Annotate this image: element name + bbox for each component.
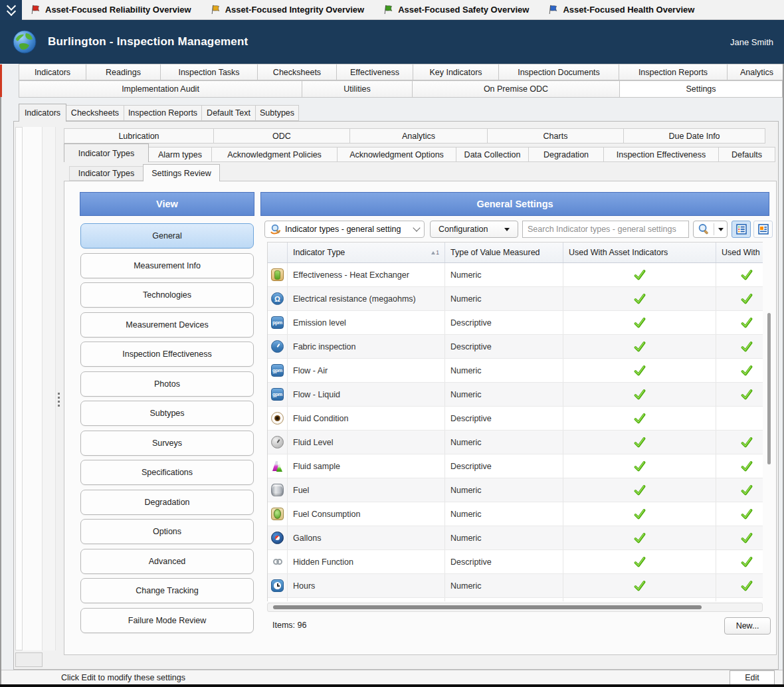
settings-tab-degradation[interactable]: Degradation: [528, 147, 604, 162]
settings-tab-acknowledgment-policies[interactable]: Acknowledgment Policies: [211, 147, 338, 162]
view-button-subtypes[interactable]: Subtypes: [80, 401, 254, 426]
nav-tab-key-indicators[interactable]: Key Indicators: [413, 64, 499, 80]
view-button-inspection-effectiveness[interactable]: Inspection Effectiveness: [80, 342, 254, 367]
nav-tab-checksheets[interactable]: Checksheets: [257, 64, 337, 80]
table-row-fluid-sample[interactable]: Fluid sampleDescriptive: [268, 454, 763, 478]
table-row-hours[interactable]: HoursNumeric: [268, 574, 763, 598]
view-button-failure-mode-review[interactable]: Failure Mode Review: [80, 608, 254, 633]
nav-tab-inspection-tasks[interactable]: Inspection Tasks: [160, 64, 258, 80]
view-button-technologies[interactable]: Technologies: [80, 282, 254, 308]
table-row-gallons[interactable]: GallonsNumeric: [268, 526, 763, 550]
tab-indicators[interactable]: Indicators: [19, 104, 66, 122]
chevron-down-icon: [413, 224, 420, 231]
panel-scrollbar-track[interactable]: [43, 127, 56, 650]
horizontal-scrollbar[interactable]: [267, 603, 763, 612]
user-name[interactable]: Jane Smith: [730, 37, 773, 47]
view-button-options[interactable]: Options: [80, 519, 254, 544]
indicator-type-cell: Fabric inspection: [288, 335, 445, 358]
nav-tab-implementation-audit[interactable]: Implementation Audit: [19, 80, 302, 98]
quick-link-asset-focused-integrity-overview[interactable]: Asset-Focused Integrity Overview: [210, 4, 365, 15]
view-button-specifications[interactable]: Specifications: [80, 460, 254, 485]
nav-tab-analytics[interactable]: Analytics: [727, 64, 784, 80]
column-header-indicator-type[interactable]: Indicator Type1: [288, 243, 445, 262]
column-header-used-with[interactable]: Used With: [716, 243, 763, 262]
nav-tab-effectiveness[interactable]: Effectiveness: [336, 64, 413, 80]
view-button-photos[interactable]: Photos: [80, 371, 254, 397]
nav-tab-inspection-reports[interactable]: Inspection Reports: [619, 64, 728, 80]
view-button-measurement-info[interactable]: Measurement Info: [80, 253, 254, 278]
dataset-selector-value: Indicator types - general setting: [285, 225, 411, 234]
settings-tab-indicator-types[interactable]: Indicator Types: [64, 144, 149, 162]
quick-link-asset-focused-health-overview[interactable]: Asset-Focused Health Overview: [547, 4, 694, 15]
view-button-degradation[interactable]: Degradation: [80, 490, 254, 515]
table-row-emission-level[interactable]: ppmEmission levelDescriptive: [268, 311, 763, 335]
vertical-scrollbar[interactable]: [766, 242, 772, 611]
table-row-fabric-inspection[interactable]: Fabric inspectionDescriptive: [268, 335, 763, 359]
table-row-flow-liquid[interactable]: gpmFlow - LiquidNumeric: [268, 383, 763, 407]
nav-tabs-row1: IndicatorsReadingsInspection TasksChecks…: [0, 64, 784, 80]
icon-cell: gpm: [268, 383, 288, 406]
settings-tab-data-collection[interactable]: Data Collection: [456, 147, 529, 162]
tab-default-text[interactable]: Default Text: [201, 105, 256, 121]
flag-icon: [210, 4, 221, 15]
settings-tab-alarm-types[interactable]: Alarm types: [148, 147, 212, 162]
subtab-settings-review[interactable]: Settings Review: [143, 164, 220, 181]
tab-subtypes[interactable]: Subtypes: [255, 105, 299, 121]
used-with-cell: [716, 502, 763, 526]
settings-tab-inspection-effectiveness[interactable]: Inspection Effectiveness: [603, 147, 719, 162]
quick-link-asset-focused-reliability-overview[interactable]: Asset-Focused Reliability Overview: [30, 4, 191, 15]
column-header-type-of-value-measured[interactable]: Type of Value Measured: [445, 243, 563, 262]
settings-tab-defaults[interactable]: Defaults: [718, 147, 775, 162]
collapse-toolbar-button[interactable]: [0, 0, 22, 20]
nav-tab-on-premise-odc[interactable]: On Premise ODC: [412, 80, 620, 98]
view-button-advanced[interactable]: Advanced: [80, 549, 254, 574]
table-row-flow-air[interactable]: gpmFlow - AirNumeric: [268, 359, 763, 383]
table-row-fluid-level[interactable]: Fluid LevelNumeric: [268, 431, 763, 454]
nav-tab-inspection-documents[interactable]: Inspection Documents: [498, 64, 619, 80]
table-row-fuel-consumption[interactable]: Fuel ConsumptionNumeric: [268, 502, 763, 526]
search-split-button[interactable]: [693, 221, 728, 238]
card-view-toggle-button[interactable]: [753, 221, 773, 238]
column-header-used-with-asset-indicators[interactable]: Used With Asset Indicators: [563, 243, 716, 262]
settings-tab-analytics[interactable]: Analytics: [349, 128, 488, 144]
table-row-electrical-resistance-megaohms[interactable]: ΩElectrical resistance (megaohms)Numeric: [268, 287, 763, 311]
list-view-icon: [736, 224, 747, 235]
dataset-selector-dropdown[interactable]: Indicator types - general setting: [264, 221, 425, 238]
search-input[interactable]: [522, 221, 689, 238]
nav-tab-utilities[interactable]: Utilities: [302, 80, 413, 98]
settings-tab-acknowledgment-options[interactable]: Acknowledgment Options: [337, 147, 456, 162]
nav-tab-readings[interactable]: Readings: [86, 64, 161, 80]
check-icon: [741, 461, 753, 472]
settings-tab-charts[interactable]: Charts: [487, 128, 624, 144]
outer-scrollbar-track[interactable]: [15, 127, 23, 650]
view-button-change-tracking[interactable]: Change Tracking: [80, 578, 254, 603]
nav-tab-indicators[interactable]: Indicators: [19, 64, 86, 80]
table-row-fuel[interactable]: FuelNumeric: [268, 478, 763, 502]
tab-checksheets[interactable]: Checksheets: [66, 105, 124, 121]
search-options-caret[interactable]: [714, 228, 727, 231]
table-row-effectiveness-heat-exchanger[interactable]: Effectiveness - Heat ExchangerNumeric: [268, 263, 763, 287]
view-button-measurement-devices[interactable]: Measurement Devices: [80, 312, 254, 338]
horizontal-scrollbar-thumb[interactable]: [273, 605, 702, 609]
quick-link-asset-focused-safety-overview[interactable]: Asset-Focused Safety Overview: [383, 4, 529, 15]
tab-inspection-reports[interactable]: Inspection Reports: [124, 105, 202, 121]
settings-tab-due-date-info[interactable]: Due Date Info: [623, 128, 765, 144]
table-row-hidden-function[interactable]: Hidden FunctionDescriptive: [268, 550, 763, 574]
table-row-fluid-condition[interactable]: Fluid ConditionDescriptive: [268, 407, 763, 431]
view-button-general[interactable]: General: [80, 223, 254, 248]
settings-tab-odc[interactable]: ODC: [213, 128, 350, 144]
new-button[interactable]: New...: [724, 617, 771, 635]
edit-button[interactable]: Edit: [730, 670, 775, 685]
list-view-toggle-button[interactable]: [732, 221, 751, 238]
value-type-cell: Descriptive: [445, 550, 563, 573]
column-header-icon[interactable]: [268, 243, 288, 262]
view-button-surveys[interactable]: Surveys: [80, 431, 254, 456]
settings-tab-lubrication[interactable]: Lubrication: [64, 128, 214, 144]
configuration-dropdown-button[interactable]: Configuration: [430, 221, 518, 238]
splitter-grip[interactable]: [58, 393, 60, 407]
subtab-indicator-types[interactable]: Indicator Types: [69, 166, 144, 181]
nav-tab-settings[interactable]: Settings: [619, 80, 783, 98]
vertical-scrollbar-thumb[interactable]: [767, 313, 771, 464]
icon-cell: [268, 431, 288, 454]
table-row-illumination[interactable]: IlluminationCumulative: [268, 598, 763, 601]
